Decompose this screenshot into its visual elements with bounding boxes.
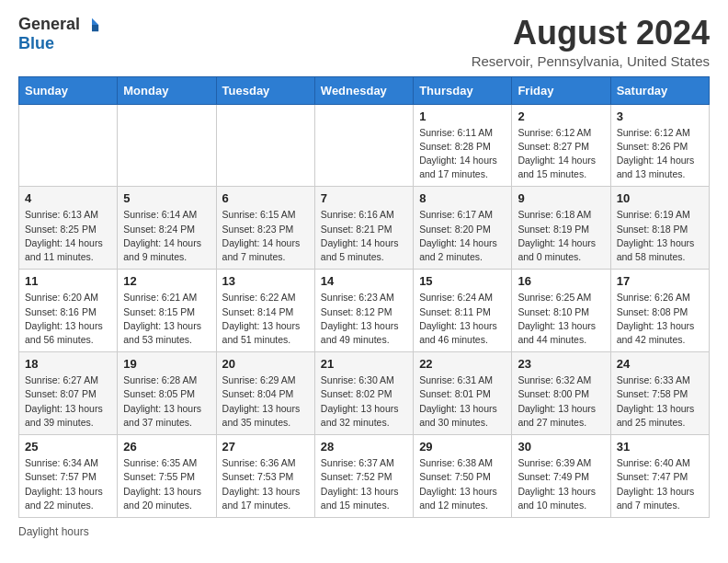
day-info: Sunrise: 6:15 AM Sunset: 8:23 PM Dayligh… (222, 208, 309, 264)
calendar: SundayMondayTuesdayWednesdayThursdayFrid… (18, 76, 710, 518)
day-number: 24 (617, 357, 703, 371)
day-cell: 20Sunrise: 6:29 AM Sunset: 8:04 PM Dayli… (216, 352, 314, 435)
day-cell: 7Sunrise: 6:16 AM Sunset: 8:21 PM Daylig… (314, 187, 413, 270)
day-cell: 26Sunrise: 6:35 AM Sunset: 7:55 PM Dayli… (118, 435, 216, 518)
day-number: 29 (419, 440, 506, 454)
day-number: 15 (419, 274, 506, 288)
day-cell: 30Sunrise: 6:39 AM Sunset: 7:49 PM Dayli… (512, 435, 610, 518)
day-info: Sunrise: 6:21 AM Sunset: 8:15 PM Dayligh… (123, 291, 210, 347)
day-number: 18 (25, 357, 111, 371)
day-info: Sunrise: 6:39 AM Sunset: 7:49 PM Dayligh… (518, 456, 604, 512)
day-info: Sunrise: 6:32 AM Sunset: 8:00 PM Dayligh… (518, 373, 604, 430)
day-number: 22 (419, 357, 506, 371)
day-cell: 1Sunrise: 6:11 AM Sunset: 8:28 PM Daylig… (414, 104, 512, 187)
week-row-4: 18Sunrise: 6:27 AM Sunset: 8:07 PM Dayli… (19, 352, 710, 435)
day-cell: 8Sunrise: 6:17 AM Sunset: 8:20 PM Daylig… (414, 187, 512, 270)
day-info: Sunrise: 6:14 AM Sunset: 8:24 PM Dayligh… (123, 208, 210, 264)
day-number: 12 (123, 274, 210, 288)
day-number: 13 (222, 274, 309, 288)
day-number: 1 (419, 109, 506, 123)
weekday-saturday: Saturday (610, 76, 709, 104)
day-info: Sunrise: 6:31 AM Sunset: 8:01 PM Dayligh… (419, 373, 506, 430)
day-cell (19, 104, 118, 187)
logo-blue: Blue (18, 34, 54, 53)
day-cell: 13Sunrise: 6:22 AM Sunset: 8:14 PM Dayli… (216, 270, 314, 352)
weekday-monday: Monday (118, 76, 216, 104)
day-cell: 6Sunrise: 6:15 AM Sunset: 8:23 PM Daylig… (216, 187, 314, 270)
day-cell: 19Sunrise: 6:28 AM Sunset: 8:05 PM Dayli… (118, 352, 216, 435)
day-cell: 2Sunrise: 6:12 AM Sunset: 8:27 PM Daylig… (512, 104, 610, 187)
day-number: 7 (321, 191, 407, 205)
day-number: 8 (419, 191, 506, 205)
location: Reservoir, Pennsylvania, United States (472, 53, 710, 69)
day-info: Sunrise: 6:29 AM Sunset: 8:04 PM Dayligh… (222, 373, 309, 430)
day-cell: 10Sunrise: 6:19 AM Sunset: 8:18 PM Dayli… (610, 187, 709, 270)
weekday-tuesday: Tuesday (216, 76, 314, 104)
logo-general: General (18, 15, 80, 34)
day-info: Sunrise: 6:22 AM Sunset: 8:14 PM Dayligh… (222, 291, 309, 347)
day-info: Sunrise: 6:13 AM Sunset: 8:25 PM Dayligh… (25, 208, 111, 264)
title-area: August 2024 Reservoir, Pennsylvania, Uni… (472, 15, 710, 69)
day-cell: 21Sunrise: 6:30 AM Sunset: 8:02 PM Dayli… (314, 352, 413, 435)
day-number: 6 (222, 191, 309, 205)
day-cell: 12Sunrise: 6:21 AM Sunset: 8:15 PM Dayli… (118, 270, 216, 352)
day-cell: 18Sunrise: 6:27 AM Sunset: 8:07 PM Dayli… (19, 352, 118, 435)
day-number: 30 (518, 440, 604, 454)
week-row-3: 11Sunrise: 6:20 AM Sunset: 8:16 PM Dayli… (19, 270, 710, 352)
weekday-thursday: Thursday (414, 76, 512, 104)
day-number: 19 (123, 357, 210, 371)
day-info: Sunrise: 6:30 AM Sunset: 8:02 PM Dayligh… (321, 373, 407, 430)
day-cell: 25Sunrise: 6:34 AM Sunset: 7:57 PM Dayli… (19, 435, 118, 518)
week-row-1: 1Sunrise: 6:11 AM Sunset: 8:28 PM Daylig… (19, 104, 710, 187)
day-info: Sunrise: 6:37 AM Sunset: 7:52 PM Dayligh… (321, 456, 407, 512)
month-title: August 2024 (472, 15, 710, 52)
day-info: Sunrise: 6:40 AM Sunset: 7:47 PM Dayligh… (617, 456, 703, 512)
day-info: Sunrise: 6:28 AM Sunset: 8:05 PM Dayligh… (123, 373, 210, 430)
day-cell (118, 104, 216, 187)
day-cell: 11Sunrise: 6:20 AM Sunset: 8:16 PM Dayli… (19, 270, 118, 352)
day-cell: 4Sunrise: 6:13 AM Sunset: 8:25 PM Daylig… (19, 187, 118, 270)
day-info: Sunrise: 6:23 AM Sunset: 8:12 PM Dayligh… (321, 291, 407, 347)
day-number: 27 (222, 440, 309, 454)
day-cell (216, 104, 314, 187)
day-info: Sunrise: 6:11 AM Sunset: 8:28 PM Dayligh… (419, 126, 506, 182)
day-info: Sunrise: 6:20 AM Sunset: 8:16 PM Dayligh… (25, 291, 111, 347)
day-cell: 24Sunrise: 6:33 AM Sunset: 7:58 PM Dayli… (610, 352, 709, 435)
header: General Blue August 2024 Reservoir, Penn… (18, 15, 710, 69)
day-number: 5 (123, 191, 210, 205)
day-cell: 29Sunrise: 6:38 AM Sunset: 7:50 PM Dayli… (414, 435, 512, 518)
logo-icon (84, 17, 100, 33)
day-number: 21 (321, 357, 407, 371)
day-cell: 16Sunrise: 6:25 AM Sunset: 8:10 PM Dayli… (512, 270, 610, 352)
day-cell: 28Sunrise: 6:37 AM Sunset: 7:52 PM Dayli… (314, 435, 413, 518)
day-number: 26 (123, 440, 210, 454)
weekday-header-row: SundayMondayTuesdayWednesdayThursdayFrid… (19, 76, 710, 104)
day-cell: 31Sunrise: 6:40 AM Sunset: 7:47 PM Dayli… (610, 435, 709, 518)
day-number: 16 (518, 274, 604, 288)
day-number: 11 (25, 274, 111, 288)
day-info: Sunrise: 6:26 AM Sunset: 8:08 PM Dayligh… (617, 291, 703, 347)
day-info: Sunrise: 6:27 AM Sunset: 8:07 PM Dayligh… (25, 373, 111, 430)
day-number: 3 (617, 109, 703, 123)
day-number: 25 (25, 440, 111, 454)
day-info: Sunrise: 6:25 AM Sunset: 8:10 PM Dayligh… (518, 291, 604, 347)
day-number: 2 (518, 109, 604, 123)
day-info: Sunrise: 6:33 AM Sunset: 7:58 PM Dayligh… (617, 373, 703, 430)
day-number: 10 (617, 191, 703, 205)
week-row-2: 4Sunrise: 6:13 AM Sunset: 8:25 PM Daylig… (19, 187, 710, 270)
day-cell: 22Sunrise: 6:31 AM Sunset: 8:01 PM Dayli… (414, 352, 512, 435)
day-info: Sunrise: 6:36 AM Sunset: 7:53 PM Dayligh… (222, 456, 309, 512)
day-info: Sunrise: 6:12 AM Sunset: 8:27 PM Dayligh… (518, 126, 604, 182)
day-cell: 23Sunrise: 6:32 AM Sunset: 8:00 PM Dayli… (512, 352, 610, 435)
day-number: 23 (518, 357, 604, 371)
day-cell: 17Sunrise: 6:26 AM Sunset: 8:08 PM Dayli… (610, 270, 709, 352)
day-info: Sunrise: 6:35 AM Sunset: 7:55 PM Dayligh… (123, 456, 210, 512)
day-cell: 9Sunrise: 6:18 AM Sunset: 8:19 PM Daylig… (512, 187, 610, 270)
day-cell: 15Sunrise: 6:24 AM Sunset: 8:11 PM Dayli… (414, 270, 512, 352)
day-info: Sunrise: 6:19 AM Sunset: 8:18 PM Dayligh… (617, 208, 703, 264)
weekday-sunday: Sunday (19, 76, 118, 104)
day-info: Sunrise: 6:12 AM Sunset: 8:26 PM Dayligh… (617, 126, 703, 182)
day-number: 20 (222, 357, 309, 371)
day-cell: 27Sunrise: 6:36 AM Sunset: 7:53 PM Dayli… (216, 435, 314, 518)
day-cell: 5Sunrise: 6:14 AM Sunset: 8:24 PM Daylig… (118, 187, 216, 270)
